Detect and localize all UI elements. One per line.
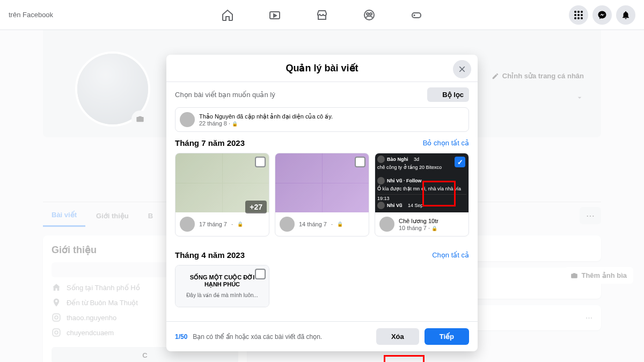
top-nav	[206, 2, 438, 28]
post-jul-2[interactable]: 14 tháng 7 · 🔒	[275, 153, 369, 237]
group-jul-grid: +27 17 tháng 7 · 🔒 14 tháng 7 · 🔒 Bào Ng…	[175, 153, 469, 243]
market-icon[interactable]	[301, 2, 343, 28]
search-placeholder[interactable]: trên Facebook	[9, 11, 53, 19]
svg-point-3	[370, 13, 372, 15]
select-all-link[interactable]: Chọn tất cả	[432, 251, 469, 259]
selection-count: 1/50	[175, 333, 187, 341]
video-icon[interactable]	[253, 2, 296, 28]
top-right	[569, 5, 635, 25]
photo-count: +27	[245, 201, 267, 213]
manage-posts-modal: Quản lý bài viết Chọn bài viết bạn muốn …	[166, 55, 478, 351]
close-icon[interactable]	[453, 60, 471, 78]
modal-body[interactable]: Thảo Nguyên đã cập nhật ảnh đại diện của…	[166, 107, 478, 321]
gaming-icon[interactable]	[395, 2, 438, 28]
home-icon[interactable]	[206, 2, 249, 28]
next-button[interactable]: Tiếp	[425, 328, 469, 345]
modal-subtitle: Chọn bài viết bạn muốn quản lý	[175, 91, 275, 99]
delete-button[interactable]: Xóa	[376, 328, 419, 345]
svg-point-1	[364, 10, 374, 20]
modal-title: Quản lý bài viết	[174, 62, 470, 74]
checkbox[interactable]	[355, 157, 365, 167]
top-bar: trên Facebook	[0, 0, 644, 30]
checkbox[interactable]	[255, 269, 266, 279]
svg-point-2	[367, 13, 369, 15]
modal-footer: 1/50 Bạn có thể ẩn hoặc xóa các bài viết…	[166, 321, 478, 351]
avatar	[180, 112, 195, 127]
lock-icon: 🔒	[232, 121, 238, 127]
footer-hint: Bạn có thể ẩn hoặc xóa các bài viết đã c…	[193, 333, 371, 341]
group-jul-header: Tháng 7 năm 2023 Bỏ chọn tất cả	[175, 138, 469, 147]
deselect-all-link[interactable]: Bỏ chọn tất cả	[423, 139, 469, 147]
post-jul-1[interactable]: +27 17 tháng 7 · 🔒	[175, 153, 269, 237]
groups-icon[interactable]	[348, 2, 391, 28]
messenger-icon[interactable]	[592, 5, 612, 25]
page-body: Thêm ảnh bìa Chỉnh sửa trang cá nhân Bài…	[0, 30, 644, 362]
post-jul-3[interactable]: Bào Nghi 3d chê công ty ở tầng 20 Bitexc…	[375, 153, 469, 237]
post-aug[interactable]: Thảo Nguyên đã cập nhật ảnh đại diện của…	[175, 107, 469, 132]
svg-rect-4	[412, 13, 421, 18]
checkbox[interactable]	[255, 157, 266, 167]
notifications-icon[interactable]	[616, 5, 635, 25]
checkbox-checked[interactable]	[455, 157, 465, 167]
modal-header: Quản lý bài viết	[166, 55, 478, 82]
group-apr-header: Tháng 4 năm 2023 Chọn tất cả	[175, 250, 469, 260]
menu-icon[interactable]	[569, 5, 588, 25]
post-apr-1[interactable]: SỐNG MỘT CUỘC ĐỜI HẠNH PHÚC Đây là vấn đ…	[175, 265, 269, 307]
modal-subheader: Chọn bài viết bạn muốn quản lý Bộ lọc	[166, 82, 478, 107]
filter-button[interactable]: Bộ lọc	[427, 87, 469, 102]
group-apr-grid: SỐNG MỘT CUỘC ĐỜI HẠNH PHÚC Đây là vấn đ…	[175, 265, 469, 314]
